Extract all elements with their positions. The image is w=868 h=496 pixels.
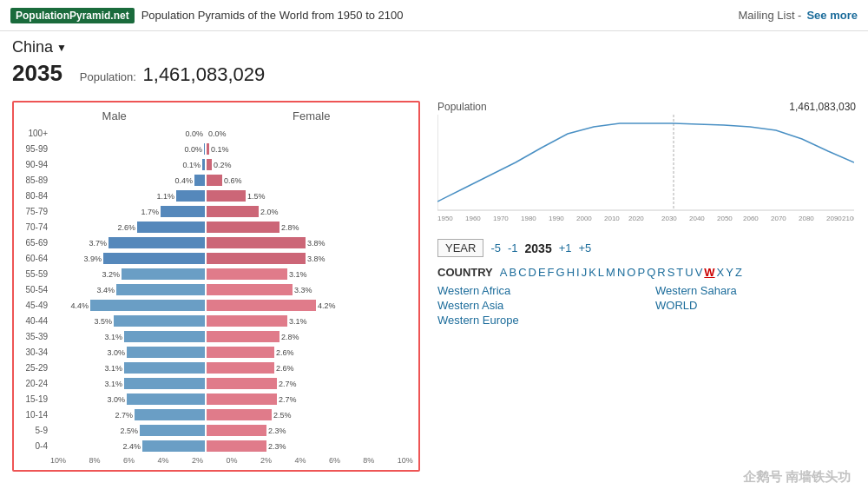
x-axis-label: 6%: [329, 456, 340, 465]
age-label: 80-84: [19, 191, 50, 201]
female-bar: [207, 190, 246, 202]
alpha-link-I[interactable]: I: [576, 266, 580, 279]
country-link[interactable]: [655, 314, 856, 327]
alpha-link-G[interactable]: G: [556, 266, 565, 279]
female-pct: 2.6%: [276, 348, 294, 357]
male-bar: [137, 222, 205, 233]
female-pct: 2.5%: [273, 411, 292, 420]
alpha-link-K[interactable]: K: [589, 266, 596, 279]
female-wrap: 0.1%: [207, 143, 361, 155]
alpha-link-M[interactable]: M: [606, 266, 615, 279]
male-wrap: 3.9%: [50, 253, 205, 264]
male-wrap: 3.0%: [50, 347, 205, 358]
alpha-link-J[interactable]: J: [582, 266, 588, 279]
alpha-link-D[interactable]: D: [529, 266, 536, 279]
alpha-link-X[interactable]: X: [717, 266, 725, 279]
alpha-link-Q[interactable]: Q: [647, 266, 655, 279]
female-bar: [207, 393, 277, 405]
male-pct: 0.0%: [184, 145, 202, 154]
alpha-link-U[interactable]: U: [685, 266, 693, 279]
alpha-link-F[interactable]: F: [548, 266, 555, 279]
female-wrap: 1.5%: [207, 190, 361, 202]
pyramid-row-55-59: 55-59 3.2% 3.1%: [19, 267, 413, 281]
age-label: 10-14: [19, 410, 50, 420]
alpha-link-Z[interactable]: Z: [735, 266, 742, 279]
female-wrap: 3.8%: [207, 253, 361, 264]
site-badge[interactable]: PopulationPyramid.net: [10, 8, 135, 23]
plus1-button[interactable]: +1: [559, 241, 572, 255]
alpha-link-P[interactable]: P: [637, 266, 645, 279]
male-label: Male: [102, 109, 127, 122]
svg-text:2090: 2090: [826, 215, 842, 222]
alpha-link-C[interactable]: C: [518, 266, 526, 279]
pyramid-title-row: Male Female: [19, 109, 413, 122]
female-pct: 2.7%: [279, 380, 297, 388]
alpha-link-T[interactable]: T: [676, 266, 683, 279]
female-wrap: 2.3%: [207, 425, 361, 436]
female-wrap: 2.7%: [207, 378, 361, 389]
plus5-button[interactable]: +5: [579, 241, 592, 255]
country-title: China ▼: [12, 38, 67, 56]
alpha-link-N[interactable]: N: [617, 266, 625, 279]
year-label: YEAR: [437, 239, 483, 257]
pyramid-row-45-49: 45-49 4.4% 4.2%: [19, 298, 413, 313]
alpha-link-R[interactable]: R: [657, 266, 665, 279]
alpha-link-E[interactable]: E: [538, 266, 546, 279]
minus5-button[interactable]: -5: [490, 241, 501, 255]
female-pct: 4.2%: [318, 301, 336, 310]
pyramid-row-40-44: 40-44 3.5% 3.1%: [19, 314, 413, 328]
female-pct: 2.3%: [268, 427, 286, 435]
female-bar: [207, 253, 306, 264]
female-wrap: 0.6%: [207, 175, 361, 186]
country-nav-section: COUNTRY ABCDEFGHIJKLMNOPQRSTUVWXYZ Weste…: [437, 266, 856, 327]
female-pct: 0.2%: [214, 161, 232, 169]
country-link[interactable]: Western Sahara: [655, 284, 856, 297]
alpha-link-B[interactable]: B: [509, 266, 516, 279]
female-bar: [207, 347, 274, 358]
female-wrap: 2.8%: [207, 222, 361, 233]
see-more-link[interactable]: See more: [806, 9, 858, 22]
alpha-link-H[interactable]: H: [567, 266, 575, 279]
alpha-link-A[interactable]: A: [500, 266, 508, 279]
alpha-link-V[interactable]: V: [695, 266, 703, 279]
country-alphabet-row: COUNTRY ABCDEFGHIJKLMNOPQRSTUVWXYZ: [437, 266, 856, 279]
female-label: Female: [293, 109, 330, 122]
female-pct: 3.1%: [289, 270, 307, 279]
female-bar: [207, 300, 316, 311]
country-link[interactable]: WORLD: [655, 299, 856, 312]
x-axis-label: 0%: [226, 456, 237, 465]
male-wrap: 0.1%: [50, 159, 205, 170]
country-link[interactable]: Western Asia: [437, 299, 638, 312]
x-axis: 10%8%6%4%2%0%2%4%6%8%10%: [19, 454, 413, 465]
alpha-link-Y[interactable]: Y: [726, 266, 733, 279]
male-bar: [114, 315, 205, 327]
female-wrap: 0.2%: [207, 159, 361, 170]
female-pct: 2.0%: [260, 208, 279, 216]
female-pct: 3.1%: [289, 317, 307, 326]
age-label: 40-44: [19, 316, 50, 326]
alpha-link-O[interactable]: O: [627, 266, 635, 279]
male-pct: 2.4%: [122, 442, 141, 451]
alpha-link-S[interactable]: S: [667, 266, 675, 279]
country-link[interactable]: Western Europe: [437, 314, 638, 327]
male-pct: 2.6%: [117, 223, 135, 232]
svg-text:2050: 2050: [717, 215, 733, 222]
country-section-label: COUNTRY: [437, 266, 493, 279]
minus1-button[interactable]: -1: [508, 241, 518, 255]
male-pct: 3.1%: [104, 380, 122, 388]
pyramid-row-80-84: 80-84 1.1% 1.5%: [19, 188, 413, 203]
age-label: 70-74: [19, 222, 50, 232]
country-link[interactable]: Western Africa: [437, 284, 638, 297]
dropdown-icon[interactable]: ▼: [56, 42, 67, 54]
male-bar: [124, 331, 205, 342]
pyramid-row-0-4: 0-4 2.4% 2.3%: [19, 439, 413, 453]
male-pct: 3.4%: [96, 286, 115, 294]
female-pct: 3.8%: [307, 255, 326, 263]
alpha-link-W[interactable]: W: [704, 266, 714, 279]
female-wrap: 2.5%: [207, 409, 361, 420]
pyramid-row-20-24: 20-24 3.1% 2.7%: [19, 376, 413, 391]
age-label: 25-29: [19, 363, 50, 373]
x-axis-label: 10%: [398, 456, 413, 465]
alpha-link-L[interactable]: L: [598, 266, 604, 279]
female-bar: [207, 143, 209, 155]
